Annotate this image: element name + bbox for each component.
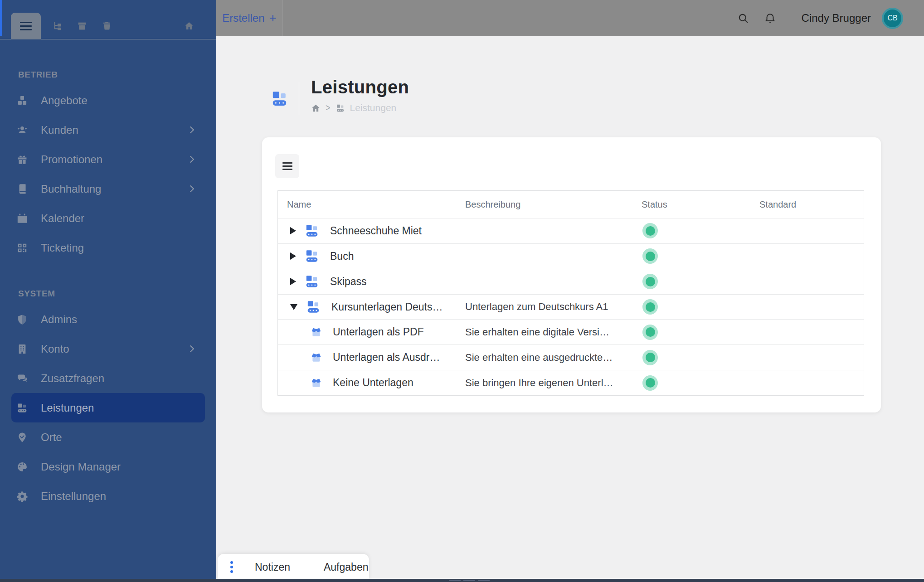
bottom-debug-strip [0, 579, 924, 582]
sidebar-item-kunden[interactable]: Kunden [11, 115, 205, 145]
status-active-dot [642, 375, 658, 391]
expand-caret-icon[interactable] [290, 227, 296, 234]
sidebar-item-label: Admins [41, 313, 77, 326]
chat-icon [16, 373, 28, 384]
name-cell: Kursunterlagen Deuts… [278, 299, 465, 315]
status-active-dot [642, 248, 658, 264]
table-row-buch[interactable]: Buch [278, 243, 864, 269]
sidebar-item-label: Orte [41, 431, 62, 444]
hamburger-icon [20, 19, 32, 33]
sidebar-item-buchhaltung[interactable]: Buchhaltung [11, 174, 205, 204]
home-icon[interactable] [311, 103, 321, 113]
row-status [642, 325, 759, 340]
sidebar-item-label: Zusatzfragen [41, 372, 104, 385]
chevron-right-icon [187, 126, 195, 134]
table-row-kursunterlagen-deuts[interactable]: Kursunterlagen Deuts… Unterlagen zum Deu… [278, 294, 864, 320]
create-button[interactable]: Erstellen + [216, 0, 282, 36]
conveyor-color-icon [304, 248, 320, 264]
app-window: BETRIEB Angebote Kunden Promotionen Buch… [0, 0, 924, 582]
sidebar-item-label: Buchhaltung [41, 183, 101, 195]
row-description: Sie bringen Ihre eigenen Unterl… [465, 377, 642, 389]
plus-icon: + [269, 12, 277, 24]
table-row-unterlagen-als-pdf[interactable]: Unterlagen als PDF Sie erhalten eine dig… [278, 319, 864, 344]
conveyor-color-icon [306, 299, 321, 315]
expand-caret-icon[interactable] [290, 278, 296, 285]
row-status [642, 248, 759, 264]
status-active-dot [642, 274, 658, 289]
hamburger-icon [282, 160, 292, 172]
palette-icon [16, 461, 28, 473]
table-row-keine-unterlagen[interactable]: Keine Unterlagen Sie bringen Ihre eigene… [278, 370, 864, 395]
row-name: Skipass [330, 276, 367, 288]
sidebar-item-label: Leistungen [41, 402, 94, 414]
sidebar-item-zusatzfragen[interactable]: Zusatzfragen [11, 364, 205, 393]
chevron-right-icon [187, 345, 195, 353]
row-status [642, 223, 759, 238]
user-name[interactable]: Cindy Brugger [802, 12, 871, 24]
sidebar-item-label: Kalender [41, 212, 84, 225]
sidebar-item-label: Ticketing [41, 242, 84, 254]
trash-icon[interactable] [102, 21, 112, 31]
leistungen-breadcrumb-icon [336, 103, 345, 113]
sidebar-item-label: Einstellungen [41, 490, 106, 503]
sidebar-item-label: Konto [41, 343, 69, 355]
breadcrumb-separator: > [326, 102, 331, 113]
pin-icon [16, 432, 28, 443]
sidebar-item-angebote[interactable]: Angebote [11, 86, 205, 115]
row-description: Sie erhalten eine digitale Versi… [465, 326, 642, 338]
name-cell: Schneeschuhe Miet [278, 223, 465, 238]
status-active-dot [642, 325, 658, 340]
bell-icon[interactable] [764, 12, 776, 24]
search-icon[interactable] [737, 12, 749, 24]
page-header: Leistungen > Leistungen [270, 77, 409, 115]
box-open-icon [310, 377, 322, 389]
collapse-caret-icon[interactable] [290, 304, 297, 310]
status-active-dot [642, 299, 658, 315]
sidebar-item-einstellungen[interactable]: Einstellungen [11, 481, 205, 511]
row-name: Schneeschuhe Miet [330, 225, 422, 237]
sidebar-item-leistungen[interactable]: Leistungen [11, 393, 205, 422]
table-row-schneeschuhe-miet[interactable]: Schneeschuhe Miet [278, 218, 864, 243]
column-header-name: Name [278, 199, 465, 210]
sidebar-item-label: Design Manager [41, 461, 121, 473]
row-name: Buch [330, 250, 354, 262]
conveyor-color-icon [304, 274, 320, 289]
sidebar-item-promotionen[interactable]: Promotionen [11, 145, 205, 174]
sidebar-item-admins[interactable]: Admins [11, 305, 205, 334]
name-cell: Buch [278, 248, 465, 264]
sidebar-item-konto[interactable]: Konto [11, 334, 205, 364]
sidebar-item-kalender[interactable]: Kalender [11, 204, 205, 233]
sitemap-icon[interactable] [52, 21, 62, 31]
sidebar-item-design-manager[interactable]: Design Manager [11, 452, 205, 481]
archive-icon[interactable] [77, 21, 87, 31]
conveyor-color-icon [304, 223, 320, 238]
expand-caret-icon[interactable] [290, 252, 296, 260]
table-row-unterlagen-als-ausdr[interactable]: Unterlagen als Ausdr… Sie erhalten eine … [278, 344, 864, 370]
building-icon [16, 343, 28, 355]
sidebar-item-ticketing[interactable]: Ticketing [11, 233, 205, 262]
status-active-dot [642, 223, 658, 238]
table-menu-button[interactable] [275, 154, 299, 178]
row-name: Kursunterlagen Deuts… [331, 301, 443, 313]
home-icon[interactable] [184, 21, 194, 31]
name-cell: Keine Unterlagen [278, 377, 465, 389]
sidebar: BETRIEB Angebote Kunden Promotionen Buch… [0, 0, 216, 582]
conveyor-icon [16, 402, 28, 414]
table-row-skipass[interactable]: Skipass [278, 269, 864, 294]
sidebar-item-orte[interactable]: Orte [11, 422, 205, 452]
breadcrumb-current: Leistungen [350, 102, 397, 113]
kebab-icon[interactable] [230, 561, 233, 573]
topbar-right: Cindy Brugger CB [737, 0, 903, 36]
row-status [642, 274, 759, 289]
row-name: Keine Unterlagen [333, 377, 413, 389]
avatar[interactable]: CB [882, 8, 903, 29]
column-header-status: Status [642, 199, 759, 210]
tab-notizen[interactable]: Notizen [243, 561, 302, 573]
tab-aufgaben[interactable]: Aufgaben [312, 561, 380, 573]
sidebar-menu-tab[interactable] [11, 13, 41, 39]
gift-icon [16, 154, 28, 165]
bottom-panel: Notizen Aufgaben [218, 554, 369, 580]
leistungen-page-icon [270, 89, 289, 106]
qr-icon [16, 242, 28, 254]
leistungen-table: NameBeschreibungStatusStandard Schneesch… [277, 190, 864, 396]
